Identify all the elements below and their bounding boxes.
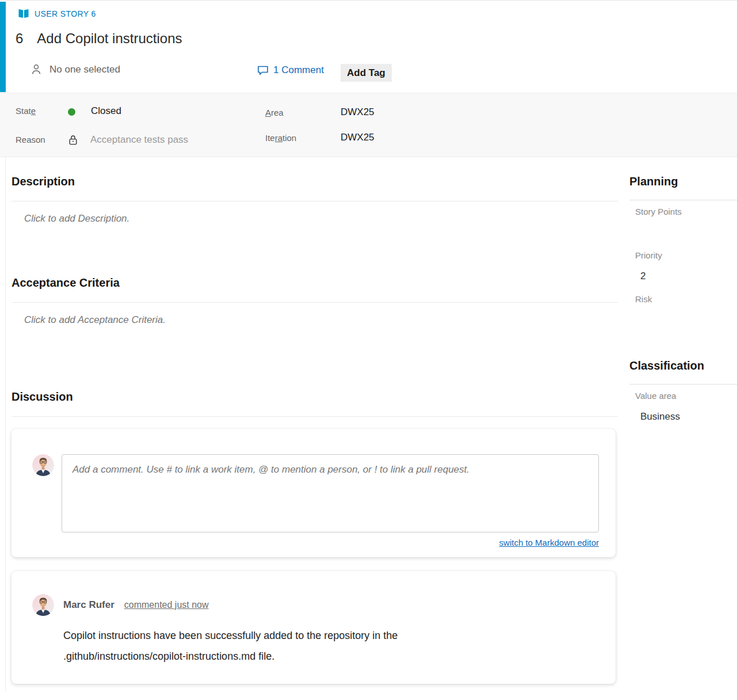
assignment-row: No one selected 1 Comment Add Tag xyxy=(0,63,737,83)
sidebar-column: Planning Story Points Priority 2 Risk Cl… xyxy=(629,174,737,435)
work-item-header: USER STORY 6 6 Add Copilot instructions … xyxy=(0,1,737,93)
value-area-value[interactable]: Business xyxy=(640,410,737,423)
discussion-divider xyxy=(12,416,618,417)
assignee-picker[interactable]: No one selected xyxy=(30,63,120,76)
user-story-book-icon xyxy=(18,8,29,19)
area-value[interactable]: DWX25 xyxy=(341,106,375,118)
priority-field: Priority 2 xyxy=(629,250,737,283)
classification-group: Classification Value area Business xyxy=(629,359,737,423)
comment-count-link[interactable]: 1 Comment xyxy=(257,64,324,77)
classification-heading: Classification xyxy=(629,359,737,372)
add-tag-button[interactable]: Add Tag xyxy=(341,64,392,82)
reason-value: Acceptance tests pass xyxy=(90,134,188,146)
state-label: State xyxy=(16,106,36,116)
comment-text: Copilot instructions have been successfu… xyxy=(63,625,518,667)
work-item-type-label: USER STORY 6 xyxy=(35,9,96,18)
work-item-type-row: USER STORY 6 xyxy=(18,8,96,19)
planning-group: Planning Story Points Priority 2 Risk xyxy=(629,174,737,326)
planning-divider xyxy=(629,200,737,200)
title-row: 6 Add Copilot instructions xyxy=(16,31,182,47)
priority-value[interactable]: 2 xyxy=(640,270,737,283)
risk-label: Risk xyxy=(635,294,737,305)
reason-label: Reason xyxy=(16,135,45,144)
comment-compose-card: switch to Markdown editor xyxy=(12,429,616,557)
state-closed-dot xyxy=(68,108,75,116)
iteration-label: Iteration xyxy=(265,133,296,143)
acceptance-criteria-heading: Acceptance Criteria xyxy=(12,276,618,290)
lock-icon xyxy=(68,134,78,146)
switch-to-markdown-link[interactable]: switch to Markdown editor xyxy=(499,538,599,547)
classification-divider xyxy=(629,384,737,385)
comment-author-avatar xyxy=(32,594,54,616)
story-points-field: Story Points xyxy=(629,207,737,239)
form-body: Description Click to add Description. Ac… xyxy=(0,157,737,684)
risk-value[interactable] xyxy=(640,314,737,326)
work-item-id: 6 xyxy=(16,31,23,47)
comment-card: Marc Rufer commented just now Copilot in… xyxy=(12,571,616,684)
main-column: Description Click to add Description. Ac… xyxy=(12,174,618,684)
comment-bubble-icon xyxy=(257,64,269,77)
work-item-title[interactable]: Add Copilot instructions xyxy=(37,31,182,47)
comment-author-name: Marc Rufer xyxy=(63,599,114,611)
assignee-placeholder: No one selected xyxy=(49,64,120,75)
work-item-form: USER STORY 6 6 Add Copilot instructions … xyxy=(0,0,737,700)
story-points-value[interactable] xyxy=(640,226,737,239)
planning-heading: Planning xyxy=(629,174,737,188)
discussion-heading: Discussion xyxy=(12,390,618,404)
description-section: Description Click to add Description. xyxy=(12,174,618,225)
current-user-avatar xyxy=(32,454,54,476)
comment-timestamp-link[interactable]: commented just now xyxy=(124,600,209,610)
left-divider xyxy=(5,93,6,691)
acceptance-criteria-divider xyxy=(12,302,618,303)
meta-strip: State Closed Reason Acceptance tests pas… xyxy=(0,93,737,157)
area-label: Area xyxy=(265,108,284,117)
acceptance-criteria-placeholder[interactable]: Click to add Acceptance Criteria. xyxy=(24,314,618,326)
comment-count-label: 1 Comment xyxy=(273,64,324,76)
description-placeholder[interactable]: Click to add Description. xyxy=(24,212,618,225)
person-icon xyxy=(30,63,43,76)
iteration-value[interactable]: DWX25 xyxy=(341,132,375,143)
priority-label: Priority xyxy=(635,250,737,261)
description-heading: Description xyxy=(12,174,618,188)
value-area-field: Value area Business xyxy=(629,391,737,423)
story-points-label: Story Points xyxy=(635,207,737,217)
state-value[interactable]: Closed xyxy=(91,105,121,117)
description-divider xyxy=(12,201,618,201)
acceptance-criteria-section: Acceptance Criteria Click to add Accepta… xyxy=(12,276,618,326)
discussion-section: Discussion xyxy=(12,390,618,684)
comment-input[interactable] xyxy=(62,454,599,532)
value-area-label: Value area xyxy=(635,391,737,401)
risk-field: Risk xyxy=(629,294,737,326)
